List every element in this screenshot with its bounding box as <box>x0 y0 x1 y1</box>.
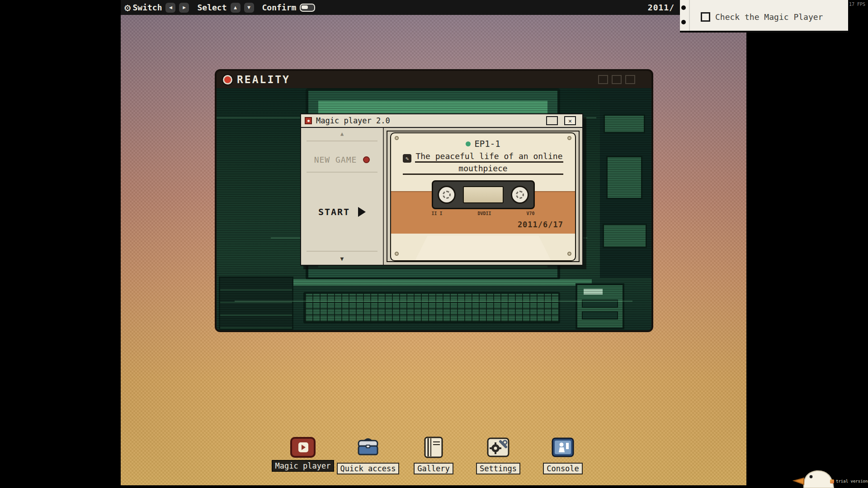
scene-floppy-slot <box>582 311 618 319</box>
cassette: EP1-1 ✎ The peaceful life of an online m… <box>390 132 576 261</box>
switch-label: Switch <box>132 3 162 12</box>
icon-label: Gallery <box>414 463 453 474</box>
magic-player-titlebar: Magic player 2.0 ✕ <box>301 114 582 128</box>
note-crease <box>689 0 690 31</box>
desktop-icon-quick-access[interactable]: Quick access <box>335 433 401 474</box>
scene-shelf-box <box>606 156 642 199</box>
scene-shelf-column <box>600 88 651 278</box>
reel-right-icon <box>511 186 529 204</box>
marking: DVDII <box>477 211 491 216</box>
maximize-button[interactable] <box>612 75 622 84</box>
close-button[interactable] <box>625 75 635 84</box>
select-label: Select <box>197 3 226 12</box>
task-note: Check the Magic Player <box>680 0 848 33</box>
cassette-markings: II I DVDII V70 <box>432 211 535 216</box>
menu-divider <box>307 251 377 252</box>
episode-dot-icon <box>466 141 471 146</box>
note-hole-icon <box>681 5 686 10</box>
confirm-button-icon <box>300 4 315 12</box>
cassette-title: ✎ The peaceful life of an online mouthpi… <box>403 151 563 175</box>
reality-title: REALITY <box>237 74 290 85</box>
minimize-button[interactable] <box>598 75 608 84</box>
task-checkbox[interactable] <box>701 12 710 22</box>
scene-shelf-box <box>603 224 647 248</box>
cassette-title-line1: The peaceful life of an online <box>415 151 563 163</box>
hud-date: 2011/ <box>648 3 675 12</box>
scene-tower-label <box>584 289 603 295</box>
control-hints-bar: ⚙ Switch ◀ ▶ Select ▲ ▼ Confirm 2011/ <box>121 0 680 15</box>
letterbox-strip <box>121 485 746 488</box>
scroll-up-icon[interactable]: ▲ <box>301 131 383 137</box>
episode-id: EP1-1 <box>391 139 575 149</box>
episode-menu: ▲ NEW GAME START ▼ <box>301 128 384 265</box>
marking: II I <box>432 211 443 216</box>
scene-disk-tower <box>576 283 624 329</box>
task-text: Check the Magic Player <box>715 12 823 22</box>
cassette-panel: EP1-1 ✎ The peaceful life of an online m… <box>384 128 582 265</box>
close-button[interactable]: ✕ <box>564 116 576 125</box>
task-item: Check the Magic Player <box>701 12 823 22</box>
switch-next-icon: ▶ <box>179 3 189 13</box>
dialog-title: Magic player 2.0 <box>316 116 390 125</box>
new-game-dot-icon <box>363 156 370 163</box>
icon-label: Magic player <box>272 460 335 472</box>
scene-cabinet <box>219 277 293 330</box>
new-game-button[interactable]: NEW GAME <box>301 148 383 171</box>
screw-icon <box>567 252 571 256</box>
reality-titlebar: REALITY <box>217 71 651 88</box>
magic-player-icon <box>290 436 316 459</box>
play-icon <box>358 207 366 217</box>
icon-label: Settings <box>476 463 520 474</box>
tape-icon <box>463 186 504 203</box>
cassette-window <box>432 180 535 209</box>
record-dot-icon <box>223 75 232 84</box>
episode-label: EP1-1 <box>474 139 500 149</box>
desktop-icon-magic-player[interactable]: Magic player <box>270 433 335 472</box>
magic-player-dialog: Magic player 2.0 ✕ ▲ NEW GAME START <box>300 113 583 266</box>
cassette-title-line2: mouthpiece <box>403 164 563 175</box>
scroll-down-icon[interactable]: ▼ <box>301 255 383 262</box>
trial-text: trial version <box>836 479 868 483</box>
glitch-streak <box>235 300 632 302</box>
game-screen: ⚙ Switch ◀ ▶ Select ▲ ▼ Confirm 2011/ 17… <box>0 0 868 488</box>
scene-desk <box>280 279 592 286</box>
screw-icon <box>395 252 399 256</box>
desktop-icon-gallery[interactable]: Gallery <box>401 433 466 474</box>
trial-watermark: trial version <box>830 479 868 483</box>
pen-icon: ✎ <box>403 154 411 163</box>
quick-access-icon <box>355 436 381 459</box>
scene-keyboard <box>303 292 560 324</box>
marking: V70 <box>526 211 534 216</box>
switch-prev-icon: ◀ <box>165 3 175 13</box>
select-down-icon: ▼ <box>244 3 254 13</box>
goose-character <box>790 467 840 488</box>
gallery-icon <box>420 436 447 459</box>
scene-shelf-box <box>604 114 645 133</box>
desktop-icon-console[interactable]: Console <box>530 433 595 474</box>
cassette-foot <box>415 236 551 260</box>
app-icon <box>305 117 312 124</box>
cassette-date: 2011/6/17 <box>518 220 563 229</box>
desktop-icon-settings[interactable]: Settings <box>466 433 531 474</box>
gear-icon[interactable]: ⚙ <box>124 2 131 13</box>
fps-counter: 17 FPS <box>849 2 865 7</box>
menu-divider <box>307 141 377 141</box>
note-hole-icon <box>681 20 686 24</box>
trial-logo-icon <box>830 479 834 483</box>
reel-left-icon <box>438 186 456 204</box>
icon-label: Quick access <box>337 463 400 474</box>
new-game-label: NEW GAME <box>314 155 357 164</box>
menu-divider <box>307 172 377 173</box>
select-up-icon: ▲ <box>231 3 241 13</box>
minimize-button[interactable] <box>546 116 558 125</box>
confirm-label: Confirm <box>262 3 297 12</box>
icon-label: Console <box>543 463 583 474</box>
start-label: START <box>318 206 350 217</box>
settings-icon <box>485 436 511 459</box>
start-button[interactable]: START <box>301 200 383 224</box>
console-icon <box>550 436 576 459</box>
